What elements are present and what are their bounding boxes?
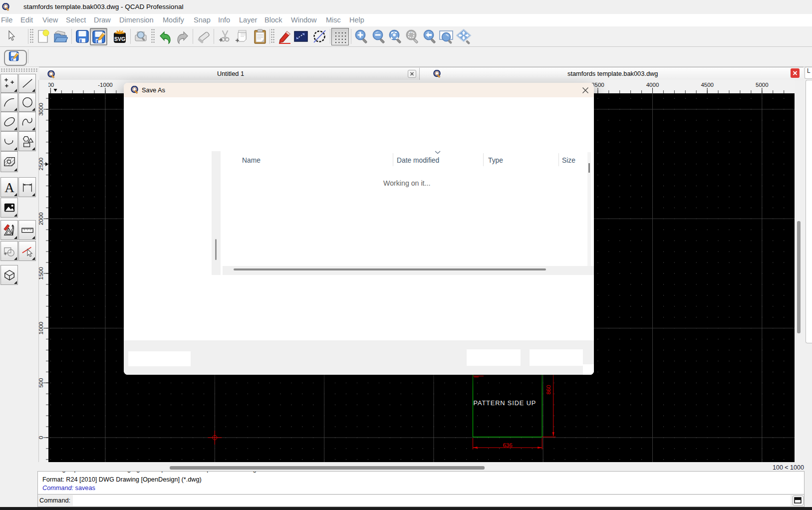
svg-text:2500: 2500 [39,158,44,171]
svg-text:A: A [4,181,14,194]
svg-text:2000: 2000 [39,213,44,226]
svg-text:PATTERN SIDE UP: PATTERN SIDE UP [474,399,537,407]
svg-text:3000: 3000 [39,103,44,116]
svg-text:-1500: -1500 [48,82,54,88]
svg-text:5000: 5000 [756,82,769,88]
svg-text:4500: 4500 [701,82,714,88]
svg-text:4000: 4000 [646,82,659,88]
svg-text:-1000: -1000 [98,82,112,88]
svg-text:1500: 1500 [39,267,44,280]
svg-text:500: 500 [39,378,44,388]
svg-text:636: 636 [503,442,512,448]
svg-text:1000: 1000 [39,322,44,335]
svg-text:SVG: SVG [114,36,125,42]
svg-text:0: 0 [39,436,44,439]
svg-text:860: 860 [545,385,551,394]
